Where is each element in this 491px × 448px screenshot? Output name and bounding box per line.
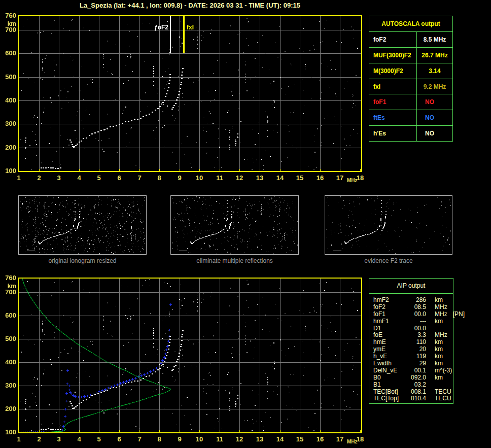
aip-row-value: 29: [405, 360, 426, 367]
x-tick-label: 5: [92, 175, 106, 182]
aip-row-label: foE: [373, 332, 405, 339]
aip-row-value: 010.4: [405, 395, 426, 402]
autoscala-row-label: MUF(3000)F2: [369, 48, 417, 63]
autoscala-row-value: NO: [417, 94, 452, 110]
aip-row-label: hmF1: [373, 318, 405, 325]
x-tick-label: 13: [253, 436, 266, 443]
x-tick-label: 15: [293, 436, 306, 443]
x-tick-label: 8: [153, 175, 166, 182]
aip-row: B0092.0km: [373, 374, 453, 382]
x-tick-label: 11: [213, 175, 226, 182]
y-tick-label: 100: [1, 167, 16, 175]
aip-row-label: ymE: [373, 346, 405, 353]
y-tick-label: 760: [1, 12, 16, 19]
fxI-marker-label: fxI: [187, 24, 194, 31]
x-tick-label: 15: [293, 175, 306, 182]
y-tick-label: 760: [1, 274, 16, 282]
aip-row-label: D1: [373, 325, 405, 332]
aip-row-unit: km: [435, 374, 443, 382]
x-tick-label: 9: [173, 175, 186, 182]
x-tick-label: 1: [12, 436, 25, 443]
aip-row-unit: TECU: [435, 395, 451, 402]
x-tick-label: 3: [52, 175, 65, 182]
aip-row-unit: km: [435, 318, 443, 325]
aip-row-label: hmE: [373, 339, 405, 346]
x-tick-label: 8: [153, 436, 166, 443]
x-tick-label: 9: [173, 436, 186, 443]
aip-row: h_vE119km: [373, 353, 453, 360]
x-tick-label: 10: [193, 175, 206, 182]
x-tick-label: 2: [32, 436, 46, 443]
autoscala-row: foF1NO: [369, 94, 452, 110]
x-tick-label: 17: [333, 175, 346, 182]
y-tick-label: 700: [1, 289, 16, 296]
aip-row-label: TEC[Bot]: [373, 389, 405, 396]
aip-row-label: B0: [373, 374, 405, 382]
aip-row-value: 119: [405, 353, 426, 360]
aip-row: TEC[Top]010.4TECU: [373, 395, 453, 402]
thumbnail-caption: eliminate multiple reflections: [170, 257, 299, 264]
x-tick-label: 10: [193, 436, 206, 443]
x-tick-label: 12: [233, 436, 246, 443]
aip-row: foF100.0MHz[PN]: [373, 311, 453, 318]
y-tick-label: 600: [1, 312, 16, 319]
aip-row: hmF2286km: [373, 297, 453, 304]
autoscala-output-table: AUTOSCALA output foF28.5 MHzMUF(3000)F22…: [369, 16, 453, 142]
thumbnail-evidence-f2-trace: [325, 195, 452, 255]
autoscala-row: h'EsNO: [369, 126, 452, 141]
autoscala-row: foF28.5 MHz: [369, 32, 452, 48]
aip-row-value: 008.1: [405, 389, 426, 396]
aip-row-unit: km: [435, 360, 443, 367]
aip-row: foE3.3MHz: [373, 332, 453, 339]
x-tick-label: 2: [32, 175, 46, 182]
aip-row-value: 286: [405, 297, 426, 304]
main-ionogram-canvas: [18, 15, 362, 172]
aip-row-label: hmF2: [373, 297, 405, 304]
x-tick-label: 4: [73, 175, 86, 182]
aip-row-note: [PN]: [453, 311, 465, 318]
autoscala-row: MUF(3000)F226.7 MHz: [369, 48, 452, 63]
aip-row-value: 03.2: [405, 382, 426, 389]
thumbnail-original-ionogram: [18, 195, 147, 255]
aip-row: DelN_vE00.1m^(-3): [373, 367, 453, 374]
aip-output-table: AIP output hmF2286kmfoF208.5MHzfoF100.0M…: [369, 278, 453, 404]
foF2-marker-label: ƒoF2: [154, 24, 168, 31]
aip-row-label: DelN_vE: [373, 367, 405, 374]
aip-row-value: 20: [405, 346, 426, 353]
aip-row: D100.0: [373, 325, 453, 332]
thumbnail-caption: original ionogram resized: [18, 257, 147, 264]
x-tick-label: 6: [113, 436, 126, 443]
x-tick-label: 12: [233, 175, 246, 182]
aip-row: TEC[Bot]008.1TECU: [373, 389, 453, 396]
x-tick-label: 14: [273, 175, 287, 182]
aip-row-value: 00.0: [405, 325, 426, 332]
aip-row-unit: km: [435, 339, 443, 346]
autoscala-row-label: M(3000)F2: [369, 63, 417, 79]
aip-row-unit: TECU: [435, 389, 451, 396]
thumbnail-caption: evidence F2 trace: [325, 257, 452, 264]
aip-table-header: AIP output: [369, 279, 453, 294]
aip-row-label: h_vE: [373, 353, 405, 360]
aip-row-value: 110: [405, 339, 426, 346]
thumbnail-canvas: [325, 196, 452, 254]
autoscala-window: La_Spezia (lat: +44.1 , lon: 009.8) - DA…: [0, 0, 491, 448]
y-axis-unit-label: km: [1, 20, 16, 27]
aip-row-label: foF2: [373, 304, 405, 311]
x-tick-label: 11: [213, 436, 226, 443]
autoscala-row-label: ftEs: [369, 110, 417, 125]
y-tick-label: 200: [1, 405, 16, 412]
aip-row-value: 00.1: [405, 367, 426, 374]
autoscala-row-label: fxI: [369, 79, 417, 94]
thumbnail-eliminate-reflections: [170, 195, 299, 255]
autoscala-row-value: 3.14: [417, 63, 452, 79]
autoscala-row-value: 9.2 MHz: [417, 79, 452, 94]
aip-row-unit: MHz: [435, 304, 447, 311]
autoscala-row-value: 8.5 MHz: [417, 32, 452, 47]
aip-row-unit: km: [435, 346, 443, 353]
y-tick-label: 500: [1, 335, 16, 342]
aip-row-value: 00.0: [405, 311, 426, 318]
x-tick-label: 4: [73, 436, 86, 443]
x-tick-label: 17: [333, 436, 346, 443]
aip-row-value: 08.5: [405, 304, 426, 311]
aip-row-label: TEC[Top]: [373, 395, 405, 402]
